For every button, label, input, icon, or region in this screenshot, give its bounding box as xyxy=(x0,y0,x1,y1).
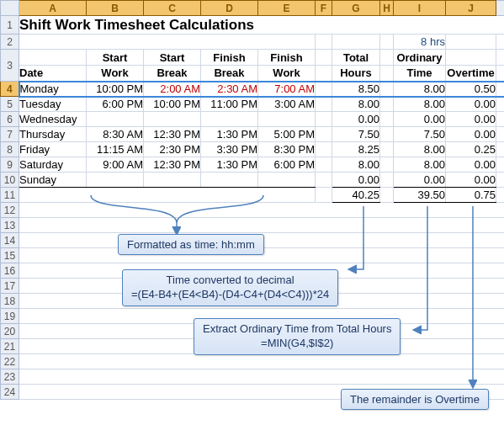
table-cell[interactable]: 8.25 xyxy=(332,142,380,157)
hdr-finish-break-2[interactable]: Break xyxy=(201,66,258,82)
table-cell[interactable]: 0.00 xyxy=(332,112,380,127)
table-cell[interactable]: 3:30 PM xyxy=(201,142,258,157)
table-cell[interactable]: 0.00 xyxy=(446,157,496,173)
table-cell[interactable]: Monday xyxy=(19,82,87,97)
total-hours-sum[interactable]: 40.25 xyxy=(332,188,380,203)
hdr-start-work-2[interactable]: Work xyxy=(87,66,144,82)
table-cell[interactable]: 9:00 AM xyxy=(87,157,144,173)
hdr-finish-break-1[interactable]: Finish xyxy=(201,50,258,66)
ordinary-sum[interactable]: 39.50 xyxy=(394,188,446,203)
hdr-finish-work-2[interactable]: Work xyxy=(258,66,316,82)
table-cell[interactable]: 7.50 xyxy=(394,127,446,142)
table-cell[interactable]: 6:00 PM xyxy=(258,157,316,173)
col-header-G[interactable]: G xyxy=(332,1,380,16)
table-cell[interactable] xyxy=(87,112,144,127)
row-header-7[interactable]: 7 xyxy=(1,127,19,142)
row-header-22[interactable]: 22 xyxy=(1,354,19,369)
table-cell[interactable]: 0.00 xyxy=(446,97,496,112)
hdr-start-work-1[interactable]: Start xyxy=(87,50,144,66)
table-cell[interactable]: 8.00 xyxy=(332,157,380,173)
row-header-23[interactable]: 23 xyxy=(1,369,19,385)
table-cell[interactable]: 3:00 AM xyxy=(258,97,316,112)
select-all-corner[interactable] xyxy=(1,1,19,16)
hdr-total-1[interactable]: Total xyxy=(332,50,380,66)
table-cell[interactable]: 0.00 xyxy=(394,173,446,188)
col-header-I[interactable]: I xyxy=(394,1,446,16)
table-cell[interactable]: 12:30 PM xyxy=(144,157,201,173)
table-cell[interactable] xyxy=(258,173,316,188)
table-cell[interactable]: 1:30 PM xyxy=(201,127,258,142)
table-cell[interactable]: 11:00 PM xyxy=(201,97,258,112)
table-cell[interactable]: 2:30 AM xyxy=(201,82,258,97)
hdr-start-break-1[interactable]: Start xyxy=(144,50,201,66)
row-header-17[interactable]: 17 xyxy=(1,279,19,294)
row-header-12[interactable]: 12 xyxy=(1,203,19,218)
table-cell[interactable] xyxy=(87,173,144,188)
table-cell[interactable]: Wednesday xyxy=(19,112,87,127)
hdr-ordinary-2[interactable]: Time xyxy=(394,66,446,82)
table-cell[interactable] xyxy=(201,112,258,127)
row-header-4[interactable]: 4 xyxy=(1,82,19,97)
col-header-A[interactable]: A xyxy=(19,1,87,16)
table-cell[interactable] xyxy=(201,173,258,188)
table-cell[interactable]: 1:30 PM xyxy=(201,157,258,173)
row-header-5[interactable]: 5 xyxy=(1,97,19,112)
row-header-8[interactable]: 8 xyxy=(1,142,19,157)
table-cell[interactable]: 7.50 xyxy=(332,127,380,142)
col-header-B[interactable]: B xyxy=(87,1,144,16)
table-cell[interactable]: 0.00 xyxy=(394,112,446,127)
table-cell[interactable]: 10:00 PM xyxy=(144,97,201,112)
row-header-3[interactable]: 3 xyxy=(1,50,19,82)
table-cell[interactable]: Tuesday xyxy=(19,97,87,112)
row-header-16[interactable]: 16 xyxy=(1,263,19,279)
table-cell[interactable]: Thursday xyxy=(19,127,87,142)
table-cell[interactable]: 0.00 xyxy=(332,173,380,188)
row-header-11[interactable]: 11 xyxy=(1,188,19,203)
table-cell[interactable] xyxy=(144,173,201,188)
row-header-14[interactable]: 14 xyxy=(1,233,19,248)
table-cell[interactable]: 2:30 PM xyxy=(144,142,201,157)
row-header-2[interactable]: 2 xyxy=(1,35,19,50)
table-cell[interactable]: 8.00 xyxy=(394,157,446,173)
table-cell[interactable]: 7:00 AM xyxy=(258,82,316,97)
table-cell[interactable]: 0.00 xyxy=(446,127,496,142)
col-header-H[interactable]: H xyxy=(380,1,394,16)
hdr-start-break-2[interactable]: Break xyxy=(144,66,201,82)
row-header-10[interactable]: 10 xyxy=(1,173,19,188)
row-header-1[interactable]: 1 xyxy=(1,16,19,35)
hdr-date[interactable]: Date xyxy=(19,66,87,82)
hdr-overtime[interactable]: Overtime xyxy=(446,66,496,82)
table-cell[interactable]: 0.00 xyxy=(446,112,496,127)
col-header-J[interactable]: J xyxy=(446,1,496,16)
table-cell[interactable]: 8.00 xyxy=(394,142,446,157)
row-header-6[interactable]: 6 xyxy=(1,112,19,127)
table-cell[interactable]: 11:15 AM xyxy=(87,142,144,157)
table-cell[interactable]: Sunday xyxy=(19,173,87,188)
row-header-9[interactable]: 9 xyxy=(1,157,19,173)
table-cell[interactable]: 0.50 xyxy=(446,82,496,97)
table-cell[interactable]: 8:30 AM xyxy=(87,127,144,142)
table-cell[interactable]: 2:00 AM xyxy=(144,82,201,97)
table-cell[interactable]: Saturday xyxy=(19,157,87,173)
table-cell[interactable]: 10:00 PM xyxy=(87,82,144,97)
col-header-D[interactable]: D xyxy=(201,1,258,16)
row-header-15[interactable]: 15 xyxy=(1,248,19,263)
row-header-21[interactable]: 21 xyxy=(1,339,19,354)
table-cell[interactable]: 8.50 xyxy=(332,82,380,97)
table-cell[interactable]: 6:00 PM xyxy=(87,97,144,112)
row-header-19[interactable]: 19 xyxy=(1,309,19,324)
table-cell[interactable]: 0.25 xyxy=(446,142,496,157)
col-header-E[interactable]: E xyxy=(258,1,316,16)
row-header-18[interactable]: 18 xyxy=(1,294,19,309)
table-cell[interactable] xyxy=(258,112,316,127)
hdr-finish-work-1[interactable]: Finish xyxy=(258,50,316,66)
table-cell[interactable]: 8.00 xyxy=(394,82,446,97)
hdr-total-2[interactable]: Hours xyxy=(332,66,380,82)
overtime-sum[interactable]: 0.75 xyxy=(446,188,496,203)
col-header-C[interactable]: C xyxy=(144,1,201,16)
hdr-ordinary-1[interactable]: Ordinary xyxy=(394,50,446,66)
table-cell[interactable]: Friday xyxy=(19,142,87,157)
table-cell[interactable]: 0.00 xyxy=(446,173,496,188)
col-header-K[interactable] xyxy=(496,1,505,16)
col-header-F[interactable]: F xyxy=(316,1,332,16)
